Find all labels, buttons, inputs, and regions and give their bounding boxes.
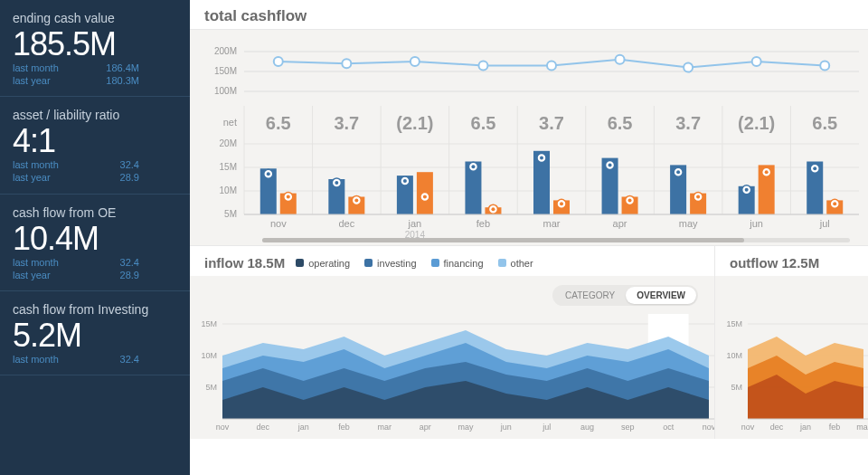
metric-cash-flow-investing: cash flow from Investing 5.2M last month… [0,291,190,375]
svg-point-45 [267,172,270,176]
main: total cashflow 200M150M100Mnet6.53.7(2.1… [190,0,868,475]
svg-text:15M: 15M [201,319,217,328]
svg-point-75 [609,163,612,166]
total-cashflow-chart: 200M150M100Mnet6.53.7(2.1)6.53.76.53.7(2… [190,30,868,245]
top-panel-header: total cashflow [190,0,868,30]
outflow-title: outflow 12.5M [730,255,819,271]
sidebar: ending cash value 185.5M last month186.4… [0,0,190,475]
svg-text:net: net [223,117,237,128]
svg-point-81 [676,170,680,174]
svg-text:5M: 5M [224,209,237,219]
svg-text:dec: dec [770,423,784,432]
svg-text:6.5: 6.5 [812,113,837,133]
metric-asset-liability: asset / liability ratio 4:1 last month32… [0,97,190,194]
svg-text:nov: nov [703,423,714,432]
legend-item: other [498,258,533,269]
legend-swatch [364,259,373,267]
inflow-panel: inflow 18.5M operatinginvestingfinancing… [190,246,714,439]
inflow-legend: operatinginvestingfinancingother [296,258,533,269]
svg-point-71 [560,202,563,205]
svg-text:jan: jan [297,423,309,432]
inflow-title: inflow 18.5M [204,255,285,271]
svg-point-59 [423,195,427,199]
metric-label: ending cash value [13,11,177,25]
svg-text:apr: apr [613,218,627,229]
outflow-header: outflow 12.5M [715,246,868,276]
svg-text:150M: 150M [214,66,237,76]
svg-point-77 [628,198,632,202]
top-panel-title: total cashflow [204,7,307,25]
svg-point-63 [471,165,475,168]
svg-point-7 [342,59,351,68]
svg-text:feb: feb [829,423,841,432]
svg-text:(2.1): (2.1) [738,113,775,133]
svg-text:oct: oct [663,423,675,432]
legend-swatch [431,259,439,267]
metric-label: asset / liability ratio [13,108,177,122]
svg-point-89 [765,170,769,174]
chart-scrollbar[interactable] [262,238,850,242]
legend-item: financing [431,258,484,269]
svg-text:15M: 15M [220,162,237,172]
inflow-toggle[interactable]: CATEGORY OVERVIEW [552,285,698,306]
metric-value: 5.2M [13,318,177,353]
svg-text:feb: feb [338,423,350,432]
svg-point-51 [335,181,338,185]
svg-point-57 [403,179,407,183]
toggle-overview[interactable]: OVERVIEW [626,287,696,304]
svg-point-95 [833,202,836,205]
toggle-category[interactable]: CATEGORY [554,287,626,304]
svg-text:jan: jan [799,423,811,432]
metric-label: cash flow from OE [13,205,177,220]
svg-text:6.5: 6.5 [608,113,633,133]
svg-text:10M: 10M [220,185,237,195]
legend-swatch [296,259,304,267]
svg-text:15M: 15M [726,319,742,328]
inflow-chart: CATEGORY OVERVIEW 15M10M5Mnovdecjanfebma… [190,276,714,439]
svg-text:dec: dec [257,423,270,432]
svg-text:10M: 10M [201,351,217,360]
svg-text:6.5: 6.5 [266,113,291,133]
svg-text:20M: 20M [220,138,237,148]
svg-text:aug: aug [580,423,594,432]
svg-text:3.7: 3.7 [675,113,701,133]
svg-text:apr: apr [420,423,431,432]
svg-text:100M: 100M [214,86,237,96]
svg-text:jun: jun [500,423,512,432]
svg-text:feb: feb [476,218,490,229]
legend-item: operating [296,258,350,269]
svg-point-93 [813,166,816,170]
svg-text:5M: 5M [731,383,742,392]
svg-text:nov: nov [216,423,230,432]
svg-point-14 [820,61,829,70]
svg-text:3.7: 3.7 [334,113,359,133]
svg-text:6.5: 6.5 [471,113,496,133]
svg-point-8 [410,57,420,66]
svg-text:jul: jul [542,423,551,432]
svg-text:nov: nov [270,218,287,229]
svg-point-83 [696,195,700,199]
svg-text:may: may [458,423,474,432]
svg-text:mar: mar [378,423,392,432]
metric-value: 10.4M [13,222,177,256]
svg-text:jun: jun [749,218,763,229]
svg-text:mar: mar [543,218,561,229]
svg-text:nov: nov [741,423,755,432]
svg-point-87 [745,188,749,192]
metric-value: 4:1 [13,124,177,158]
svg-text:3.7: 3.7 [539,113,564,133]
inflow-header: inflow 18.5M operatinginvestingfinancing… [190,246,714,276]
svg-point-13 [752,57,761,66]
outflow-panel: outflow 12.5M 15M10M5Mnovdecjanfebmar [714,246,868,439]
svg-point-12 [684,63,693,72]
svg-text:jul: jul [819,218,830,229]
svg-point-11 [616,55,625,64]
svg-text:(2.1): (2.1) [396,113,433,133]
legend-item: investing [364,258,416,269]
metric-cash-flow-oe: cash flow from OE 10.4M last month32.4 l… [0,195,190,291]
svg-text:mar: mar [856,423,868,432]
scrollbar-thumb[interactable] [262,238,744,242]
svg-point-6 [274,57,283,66]
svg-text:5M: 5M [205,383,217,392]
svg-point-53 [354,198,358,202]
